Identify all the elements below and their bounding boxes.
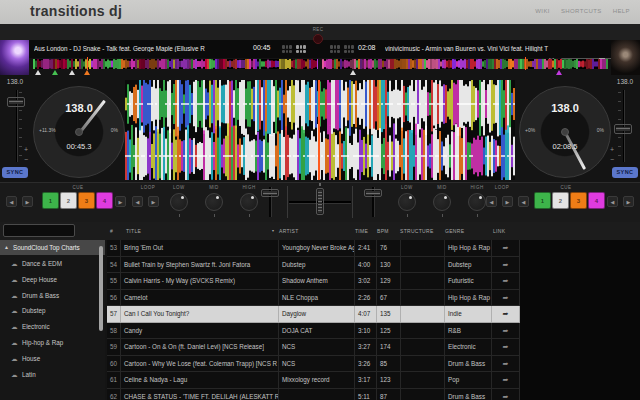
table-row[interactable]: 62CHASE & STATUS - 'TIME FT. DELILAH (AL… — [107, 389, 520, 400]
table-row[interactable]: 61Celine & Nadya - LaguMixxology record3… — [107, 372, 520, 389]
crossfader-right-end — [352, 186, 353, 218]
deck-b-eq-high-knob[interactable] — [468, 193, 486, 211]
column-header-genre[interactable]: GENRE — [445, 228, 464, 234]
cell-bpm: 125 — [377, 323, 401, 339]
deck-a-cue-page-button[interactable]: ▶ — [115, 196, 126, 207]
crossfader-handle[interactable] — [316, 188, 324, 215]
sidebar-item-hip-hop-rap[interactable]: ☁Hip-hop & Rap — [0, 335, 105, 351]
table-row[interactable]: 56CamelotNLE Choppa2:2667Hip Hop & Rap➦ — [107, 290, 520, 307]
track-link-icon[interactable]: ➦ — [492, 356, 520, 372]
column-header-structure[interactable]: STRUCTURE — [400, 228, 434, 234]
cell-bpm: 123 — [377, 372, 401, 388]
column-header-artist[interactable]: ARTIST — [279, 228, 299, 234]
sidebar-item-deep-house[interactable]: ☁Deep House — [0, 272, 105, 288]
deck-a-volume-fader-handle[interactable] — [261, 189, 279, 197]
deck-a-pitch-fader-handle[interactable] — [7, 97, 25, 107]
deck-b-loop-double-button[interactable]: ▶ — [502, 196, 513, 207]
deck-a-eq-high-knob[interactable] — [240, 193, 258, 211]
sidebar-root-soundcloud-top-charts[interactable]: ▲ SoundCloud Top Charts — [0, 240, 105, 255]
nav-link-wiki[interactable]: WIKI — [535, 8, 550, 14]
deck-b-cue-page-button[interactable]: ◀ — [518, 196, 529, 207]
deck-b-prev-cue-button[interactable]: ◀ — [607, 196, 618, 207]
library-search-input[interactable] — [3, 224, 75, 237]
deck-a-time: 00:45 — [253, 44, 271, 51]
cue-pad-4[interactable]: 4 — [96, 192, 113, 209]
deck-a-target-bpm: 138.0 — [0, 78, 30, 85]
cue-pad-1[interactable]: 1 — [534, 192, 551, 209]
record-button[interactable] — [313, 34, 323, 44]
nav-link-help[interactable]: HELP — [613, 8, 630, 14]
cell-structure — [401, 323, 445, 339]
deck-b-pitch-fader-handle[interactable] — [614, 124, 632, 134]
cell-num: 61 — [107, 372, 121, 388]
deck-a-jog-cap — [75, 128, 83, 136]
deck-b-track-overview[interactable] — [322, 59, 608, 69]
cell-title: CHASE & STATUS - 'TIME FT. DELILAH (ALES… — [121, 389, 279, 400]
table-row[interactable]: 59Cartoon - On & On (ft. Daniel Levi) [N… — [107, 339, 520, 356]
deck-a-prev-cue-button[interactable]: ◀ — [6, 196, 17, 207]
cue-pad-1[interactable]: 1 — [42, 192, 59, 209]
track-link-icon[interactable]: ➦ — [492, 290, 520, 306]
sidebar-item-latin[interactable]: ☁Latin — [0, 367, 105, 383]
deck-a-pad-page-2-icon[interactable] — [296, 45, 306, 53]
column-header-link[interactable]: LINK — [493, 228, 505, 234]
cue-pad-4[interactable]: 4 — [588, 192, 605, 209]
deck-a-loop-halve-button[interactable]: ◀ — [132, 196, 143, 207]
deck-b-pad-page-1-icon[interactable] — [330, 45, 340, 53]
deck-b-eq-mid-knob[interactable] — [433, 193, 451, 211]
table-row[interactable]: 53Bring 'Em OutYoungboy Never Broke Aga2… — [107, 240, 520, 257]
deck-b-jog-wheel[interactable]: 138.0 +0% 0% 02:08.5 — [519, 86, 611, 178]
sidebar-item-house[interactable]: ☁House — [0, 351, 105, 367]
deck-b-next-cue-button[interactable]: ▶ — [623, 196, 634, 207]
column-header-num[interactable]: # — [110, 228, 113, 234]
table-row[interactable]: 55Calvin Harris - My Way (SVCKS Remix)Sh… — [107, 273, 520, 290]
table-row[interactable]: 58CandyDOJA CAT3:10125R&B➦ — [107, 323, 520, 340]
deck-b-sync-button[interactable]: SYNC — [612, 167, 638, 178]
sidebar-item-dubstep[interactable]: ☁Dubstep — [0, 303, 105, 319]
nav-link-shortcuts[interactable]: SHORTCUTS — [561, 8, 602, 14]
deck-a-sync-button[interactable]: SYNC — [2, 167, 28, 178]
sidebar-item-drum-bass[interactable]: ☁Drum & Bass — [0, 288, 105, 304]
deck-a-pad-page-1-icon[interactable] — [282, 45, 292, 53]
track-link-icon[interactable]: ➦ — [492, 372, 520, 388]
track-link-icon[interactable]: ➦ — [492, 323, 520, 339]
deck-waveforms[interactable] — [125, 80, 515, 180]
track-link-icon[interactable]: ➦ — [492, 240, 520, 256]
track-link-icon[interactable]: ➦ — [492, 273, 520, 289]
deck-a-eq-low-knob[interactable] — [170, 193, 188, 211]
deck-b-eq-low-knob[interactable] — [398, 193, 416, 211]
cue-pad-2[interactable]: 2 — [60, 192, 77, 209]
track-link-icon[interactable]: ➦ — [492, 339, 520, 355]
cue-pad-2[interactable]: 2 — [552, 192, 569, 209]
deck-a-next-cue-button[interactable]: ▶ — [22, 196, 33, 207]
sidebar-item-dance-edm[interactable]: ☁Dance & EDM — [0, 256, 105, 272]
cue-pad-3[interactable]: 3 — [570, 192, 587, 209]
deck-b-volume-fader-handle[interactable] — [364, 189, 382, 197]
deck-b-pad-page-2-icon[interactable] — [344, 45, 354, 53]
deck-b-loop-halve-button[interactable]: ◀ — [486, 196, 497, 207]
knob-indicator — [216, 196, 219, 199]
column-header-bpm[interactable]: BPM — [377, 228, 389, 234]
deck-a-eq-mid-knob[interactable] — [205, 193, 223, 211]
track-link-icon[interactable]: ➦ — [492, 389, 520, 400]
sidebar-item-label: Dubstep — [22, 307, 45, 314]
track-link-icon[interactable]: ➦ — [492, 257, 520, 273]
track-table: 53Bring 'Em OutYoungboy Never Broke Aga2… — [107, 240, 520, 400]
table-row[interactable]: 57Can I Call You Tonight?Dayglow4:07135I… — [107, 306, 520, 323]
column-header-title[interactable]: TITLE — [126, 228, 141, 234]
deck-b-cue-label: CUE — [528, 185, 604, 190]
cell-artist — [279, 389, 355, 400]
deck-a-loop-double-button[interactable]: ▶ — [148, 196, 159, 207]
table-row[interactable]: 54Bullet Train by Stephen Swartz ft. Jon… — [107, 257, 520, 274]
cell-num: 60 — [107, 356, 121, 372]
cell-structure — [401, 372, 445, 388]
track-link-icon[interactable]: ➦ — [492, 306, 520, 322]
sidebar-item-electronic[interactable]: ☁Electronic — [0, 319, 105, 335]
column-header-time[interactable]: TIME — [355, 228, 368, 234]
deck-a-jog-wheel[interactable]: 138.0 +11.3% 0% 00:45.3 — [33, 86, 125, 178]
deck-a-title: Aus London - DJ Snake - Talk feat. Georg… — [34, 45, 250, 52]
deck-a-track-overview[interactable] — [33, 59, 318, 69]
soundcloud-icon: ☁ — [11, 288, 18, 304]
table-row[interactable]: 60Cartoon - Why We Lose (feat. Coleman T… — [107, 356, 520, 373]
cue-pad-3[interactable]: 3 — [78, 192, 95, 209]
